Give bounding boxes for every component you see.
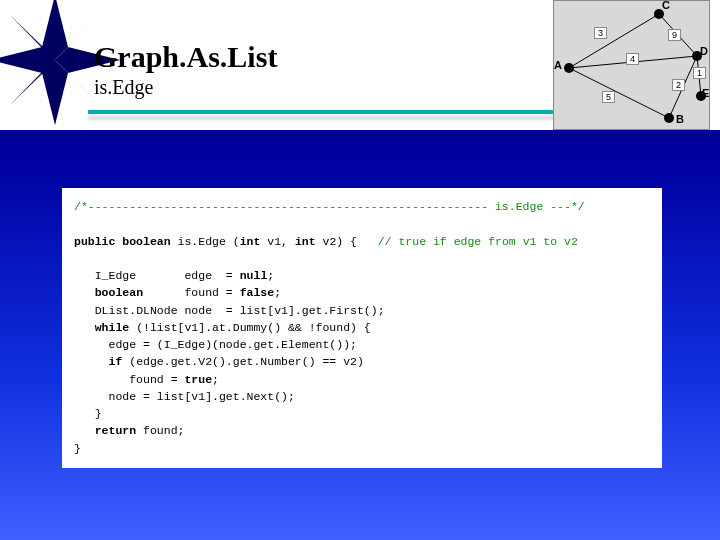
decl1a: I_Edge [95,269,136,282]
kw-boolean: boolean [95,286,143,299]
graph-label-E: E [702,87,709,99]
close-fn: } [74,442,81,455]
graph-edge-weight: 9 [668,29,681,41]
slide: Graph.As.List is.Edge ABCDE345921 /*----… [0,0,720,540]
graph-label-D: D [700,45,708,57]
body2a: found = [129,373,184,386]
decl1d: ; [267,269,274,282]
graph-edge-weight: 1 [693,67,706,79]
kw-false: false [240,286,275,299]
slide-title: Graph.As.List [94,40,277,74]
sig-arg1: v1, [260,235,295,248]
kw-while: while [95,321,130,334]
kw-int1: int [240,235,261,248]
decl3: DList.DLNode node = list[v1].get.First()… [95,304,385,317]
sig-name: is.Edge ( [171,235,240,248]
graph-edge-weight: 5 [602,91,615,103]
graph-edge-weight: 2 [672,79,685,91]
sig-arg2: v2) { [316,235,378,248]
graph-label-B: B [676,113,684,125]
graph-node-A [564,63,574,73]
body3: node = list[v1].get.Next(); [109,390,295,403]
header-zone: Graph.As.List is.Edge ABCDE345921 [0,0,720,130]
kw-int2: int [295,235,316,248]
graph-label-A: A [554,59,562,71]
code-block: /*--------------------------------------… [62,188,662,467]
kw-null: null [240,269,268,282]
svg-line-18 [569,68,669,118]
comment-rule: /*--------------------------------------… [74,200,585,213]
close-while: } [95,407,102,420]
sig-comment: // true if edge from v1 to v2 [378,235,578,248]
title-block: Graph.As.List is.Edge [94,40,277,99]
body2c: ; [212,373,219,386]
graph-edge-weight: 4 [626,53,639,65]
kw-true: true [184,373,212,386]
kw-if: if [109,355,123,368]
graph-label-C: C [662,0,670,11]
decl2b: found = [143,286,240,299]
slide-subtitle: is.Edge [94,76,277,99]
svg-line-16 [569,14,659,68]
graph-diagram: ABCDE345921 [553,0,710,130]
decl1b: edge = [136,269,240,282]
kw-return: return [95,424,136,437]
decl2d: ; [274,286,281,299]
divider-line [88,110,560,114]
kw-public-boolean: public boolean [74,235,171,248]
graph-node-B [664,113,674,123]
graph-edge-weight: 3 [594,27,607,39]
if-cond: (edge.get.V2().get.Number() == v2) [122,355,364,368]
body1: edge = (I_Edge)(node.get.Element()); [109,338,357,351]
while-cond: (!list[v1].at.Dummy() && !found) { [129,321,371,334]
code-panel: /*--------------------------------------… [62,188,662,468]
ret-val: found; [136,424,184,437]
